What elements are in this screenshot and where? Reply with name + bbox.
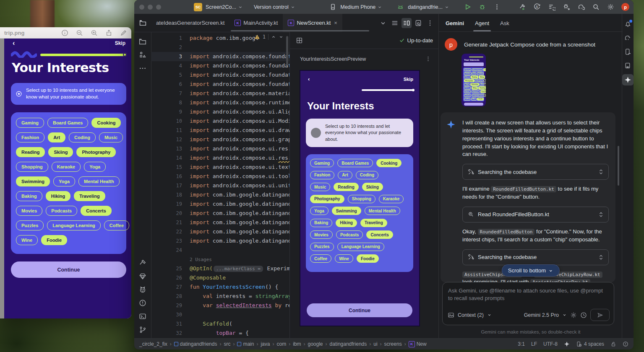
expand-collapse-icon[interactable] [599, 169, 603, 175]
code-line[interactable]: 26@Composable [151, 273, 289, 282]
code-line[interactable]: 11import androidx.compose.ui.draw [151, 126, 289, 135]
line-ending[interactable]: LF [531, 341, 537, 347]
code-line[interactable]: 17import androidx.compose.ui.unit [151, 181, 289, 190]
tab-ask[interactable]: Ask [500, 20, 509, 31]
scroll-to-bottom-button[interactable]: Scroll to bottom [502, 264, 560, 277]
rename-refactor-icon[interactable]: A [534, 3, 541, 10]
project-toolwindow-button[interactable] [134, 14, 151, 32]
code-line[interactable]: 28 val interests = stringArray [151, 292, 289, 301]
settings-gear-icon[interactable] [607, 3, 614, 10]
running-devices-icon[interactable] [624, 48, 631, 55]
markup-pencil-icon[interactable] [120, 29, 127, 36]
lock-icon[interactable] [610, 341, 616, 347]
code-editor[interactable]: 1package com.ibm.googl23import androidx.… [151, 32, 289, 339]
problems-icon[interactable] [139, 299, 146, 307]
tab-list-icon[interactable] [390, 18, 400, 28]
code-line[interactable]: 15import androidx.compose.ui.text [151, 163, 289, 172]
more-toolwindows-icon[interactable] [139, 65, 146, 72]
context-dropdown[interactable]: Context (2) [458, 312, 484, 318]
code-line[interactable]: 3import androidx.compose.foundat [151, 52, 289, 61]
preview-options-kebab-icon[interactable] [425, 56, 431, 62]
project-selector[interactable]: Screen2Co... [206, 4, 243, 10]
attached-screenshot-thumbnail[interactable]: Your Interests GamingBoard GamesCookingF… [461, 54, 486, 106]
preview-composable-name[interactable]: YourInterestsScreenPreview [300, 56, 366, 62]
breadcrumb-item[interactable]: src [224, 341, 230, 347]
code-line[interactable]: 30 [151, 310, 289, 319]
cat-mascot-icon[interactable] [139, 286, 146, 293]
indent-setting[interactable]: 4 spaces [584, 341, 604, 347]
breadcrumb-item[interactable]: ui [373, 341, 377, 347]
breadcrumb-item[interactable]: KNew [409, 341, 427, 347]
tab-mainactivity[interactable]: K MainActivity.kt [229, 14, 283, 32]
build-run-icon[interactable] [519, 3, 526, 10]
send-button[interactable] [590, 309, 610, 321]
caret-position[interactable]: 3:1 [518, 341, 525, 347]
file-encoding[interactable]: UTF-8 [543, 341, 558, 347]
code-line[interactable]: 20import com.ibm.google.datingand [151, 209, 289, 218]
tab-scrollbar[interactable] [231, 30, 369, 31]
breadcrumb-item[interactable]: google [308, 341, 323, 347]
gemini-toolwindow-icon[interactable] [622, 74, 634, 85]
history-clock-icon[interactable] [580, 312, 587, 318]
zoom-out-icon[interactable] [76, 29, 83, 36]
zoom-in-icon[interactable] [91, 29, 98, 36]
run-button[interactable] [464, 3, 471, 10]
code-line[interactable]: 14import androidx.compose.ui.res. [151, 153, 289, 163]
tool-call-row[interactable]: Searching the codebase [462, 164, 609, 180]
debug-button[interactable] [479, 3, 486, 10]
run-config-selector[interactable]: datingandfrie... [408, 4, 449, 10]
code-line[interactable]: 19import com.ibm.google.datingand [151, 199, 289, 209]
attach-debugger-icon[interactable] [563, 3, 570, 10]
tool-call-row[interactable]: Searching the codebase [462, 249, 609, 265]
breadcrumb-item[interactable]: java [261, 341, 270, 347]
terminal-icon[interactable] [139, 313, 146, 320]
gemini-scrollbar[interactable] [618, 146, 619, 186]
breadcrumb-item[interactable]: screens [384, 341, 402, 347]
breadcrumb-item[interactable]: datingandfriends [174, 341, 217, 347]
tab-options-kebab-icon[interactable] [425, 18, 435, 28]
code-line[interactable]: 5import androidx.compose.foundat [151, 70, 289, 80]
code-line[interactable]: 24 [151, 246, 289, 255]
breadcrumb-item[interactable]: com [276, 341, 286, 347]
tab-agent[interactable]: Agent [475, 20, 489, 31]
next-problem-chevron-icon[interactable] [279, 34, 284, 39]
preview-file-icon[interactable] [413, 18, 423, 28]
user-avatar[interactable]: p [621, 3, 629, 11]
code-line[interactable]: 22import com.ibm.google.datingand [151, 227, 289, 236]
model-dropdown[interactable]: Gemini 2.5 Pro [524, 312, 559, 318]
code-line[interactable]: 32 topBar = { [151, 329, 289, 338]
share-icon[interactable] [105, 29, 112, 36]
code-line[interactable]: 23import com.ibm.google.datingand [151, 236, 289, 246]
structure-icon[interactable] [139, 51, 146, 59]
code-line[interactable]: 12import androidx.compose.ui.grap [151, 135, 289, 144]
code-line[interactable]: 18import com.ibm.google.datingand [151, 190, 289, 199]
notifications-bell-icon[interactable] [624, 21, 631, 28]
inspections-widget[interactable]: 1 [254, 34, 284, 40]
code-line[interactable]: 6import androidx.compose.foundat [151, 80, 289, 89]
code-line[interactable]: 4import androidx.compose.foundat [151, 61, 289, 70]
expand-collapse-icon[interactable] [599, 212, 603, 217]
gem-assistant-icon[interactable] [139, 272, 146, 280]
code-line[interactable]: 9import androidx.compose.ui.Alig [151, 107, 289, 116]
code-line[interactable]: 31 Scaffold( [151, 319, 289, 329]
build-hammer-icon[interactable] [139, 259, 146, 267]
prev-problem-chevron-icon[interactable] [271, 34, 276, 39]
hidden-tabs-chevron-icon[interactable] [378, 18, 388, 28]
breadcrumb-item[interactable]: datingandfriends [330, 341, 367, 347]
close-tab-icon[interactable]: × [334, 20, 337, 26]
code-line[interactable]: 16import androidx.compose.ui.tool [151, 172, 289, 181]
gradle-sync-icon[interactable] [578, 3, 585, 10]
code-line[interactable]: 10import androidx.compose.ui.Modi [151, 116, 289, 126]
gemini-settings-gear-icon[interactable] [570, 312, 577, 318]
tab-newscreen[interactable]: K NewScreen.kt × [283, 14, 342, 32]
tool-call-row[interactable]: Read RoundedFilledButton.kt [462, 207, 609, 223]
breadcrumb-item[interactable]: ibm [293, 341, 301, 347]
breadcrumb-item[interactable]: _circle_2_fix [139, 341, 167, 347]
expand-collapse-icon[interactable] [599, 254, 603, 260]
gemini-status-sparkle-icon[interactable] [564, 341, 570, 347]
code-line[interactable]: 29 var selectedInterests by re [151, 301, 289, 310]
breadcrumb-item[interactable]: main [237, 341, 254, 347]
code-line[interactable]: 8import androidx.compose.runtime [151, 98, 289, 107]
editor-scrollbar[interactable] [286, 36, 288, 65]
window-controls[interactable] [139, 5, 161, 10]
